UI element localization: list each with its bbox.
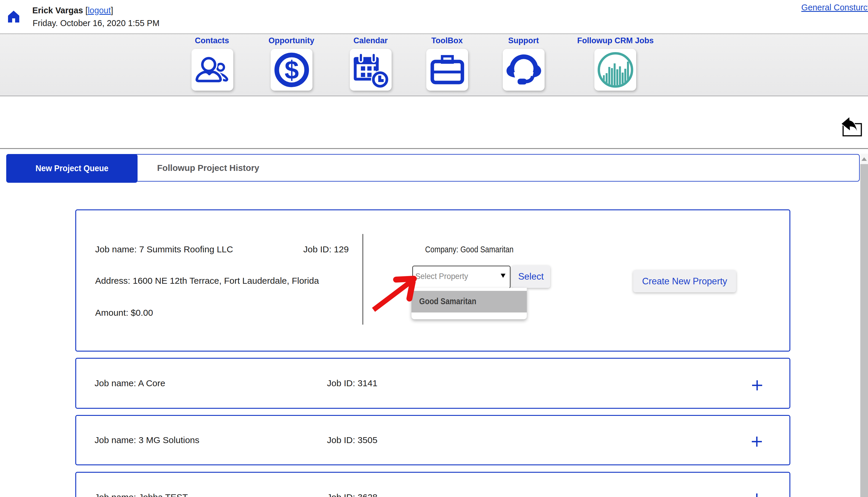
svg-text:$: $ [284, 56, 299, 84]
